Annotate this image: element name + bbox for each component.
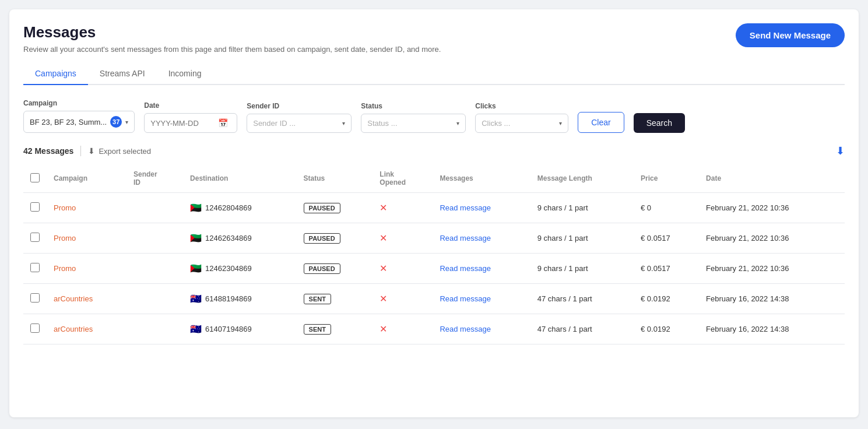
messages-table: Campaign SenderID Destination Status Lin… — [23, 164, 845, 344]
read-message-link[interactable]: Read message — [440, 234, 490, 242]
campaign-link[interactable]: arCountries — [54, 294, 93, 303]
row-sender-id — [126, 284, 183, 314]
table-row: Promo 🇲🇶 12462804869 PAUSED ✕ Read messa… — [23, 193, 845, 223]
header-left: Messages Review all your account's sent … — [23, 23, 441, 54]
campaign-link[interactable]: arCountries — [54, 325, 93, 333]
row-message-length: 9 chars / 1 part — [530, 193, 634, 223]
destination-number: 61488194869 — [205, 294, 252, 303]
campaign-filter-label: Campaign — [23, 99, 135, 107]
clicks-filter: Clicks Clicks ... ▾ — [475, 102, 568, 133]
row-messages: Read message — [433, 193, 530, 223]
row-link-opened: ✕ — [372, 254, 433, 284]
row-checkbox[interactable] — [30, 293, 40, 303]
status-placeholder: Status ... — [367, 119, 453, 128]
row-status: PAUSED — [297, 223, 373, 254]
messages-table-container: Campaign SenderID Destination Status Lin… — [23, 164, 845, 344]
status-badge: SENT — [304, 324, 331, 335]
campaign-link[interactable]: Promo — [54, 234, 76, 242]
read-message-link[interactable]: Read message — [440, 264, 490, 273]
col-date: Date — [699, 164, 845, 193]
senderid-placeholder: Sender ID ... — [253, 119, 339, 128]
tabs-bar: Campaigns Streams API Incoming — [23, 63, 845, 85]
row-destination: 🇲🇶 12462634869 — [183, 223, 297, 254]
campaign-link[interactable]: Promo — [54, 264, 76, 273]
row-date: February 21, 2022 10:36 — [699, 223, 845, 254]
destination-number: 12462304869 — [205, 264, 252, 273]
col-price: Price — [634, 164, 699, 193]
row-messages: Read message — [433, 223, 530, 254]
row-campaign: Promo — [47, 254, 126, 284]
row-status: PAUSED — [297, 193, 373, 223]
row-checkbox[interactable] — [30, 323, 40, 333]
row-destination: 🇲🇶 12462304869 — [183, 254, 297, 284]
row-message-length: 47 chars / 1 part — [530, 284, 634, 314]
row-messages: Read message — [433, 314, 530, 344]
read-message-link[interactable]: Read message — [440, 325, 490, 333]
row-link-opened: ✕ — [372, 223, 433, 254]
table-row: Promo 🇲🇶 12462634869 PAUSED ✕ Read messa… — [23, 223, 845, 254]
destination-number: 61407194869 — [205, 325, 252, 333]
senderid-dropdown[interactable]: Sender ID ... ▾ — [247, 114, 352, 133]
clear-button[interactable]: Clear — [578, 112, 624, 133]
row-checkbox[interactable] — [30, 233, 40, 242]
search-button[interactable]: Search — [634, 113, 685, 133]
status-badge: SENT — [304, 294, 331, 304]
row-status: SENT — [297, 284, 373, 314]
row-campaign: Promo — [47, 193, 126, 223]
row-destination: 🇦🇺 61488194869 — [183, 284, 297, 314]
status-filter-label: Status — [361, 102, 466, 110]
table-toolbar: 42 Messages ⬇ Export selected ⬇ — [23, 145, 845, 157]
send-new-message-button[interactable]: Send New Message — [736, 23, 845, 47]
row-checkbox-cell — [23, 314, 47, 344]
status-dropdown[interactable]: Status ... ▾ — [361, 114, 466, 133]
row-message-length: 47 chars / 1 part — [530, 314, 634, 344]
x-icon: ✕ — [379, 294, 387, 304]
row-link-opened: ✕ — [372, 314, 433, 344]
row-checkbox[interactable] — [30, 202, 40, 212]
read-message-link[interactable]: Read message — [440, 294, 490, 303]
row-sender-id — [126, 193, 183, 223]
clicks-dropdown[interactable]: Clicks ... ▾ — [475, 114, 568, 133]
tab-campaigns[interactable]: Campaigns — [23, 63, 88, 85]
tab-streams-api[interactable]: Streams API — [88, 63, 157, 85]
campaign-link[interactable]: Promo — [54, 203, 76, 212]
row-price: € 0.0192 — [634, 314, 699, 344]
row-checkbox-cell — [23, 254, 47, 284]
row-date: February 21, 2022 10:36 — [699, 193, 845, 223]
x-icon: ✕ — [379, 324, 387, 334]
export-label: Export selected — [99, 147, 151, 156]
table-body: Promo 🇲🇶 12462804869 PAUSED ✕ Read messa… — [23, 193, 845, 344]
select-all-checkbox[interactable] — [30, 173, 40, 182]
filters-row: Campaign BF 23, BF 23, Summ... 37 ▾ Date… — [23, 99, 845, 133]
tab-incoming[interactable]: Incoming — [157, 63, 213, 85]
date-input-wrap[interactable]: 📅 — [144, 113, 237, 133]
row-message-length: 9 chars / 1 part — [530, 223, 634, 254]
read-message-link[interactable]: Read message — [440, 203, 490, 212]
export-button[interactable]: ⬇ Export selected — [88, 146, 151, 156]
table-header-row: Campaign SenderID Destination Status Lin… — [23, 164, 845, 193]
row-checkbox-cell — [23, 284, 47, 314]
col-messages: Messages — [433, 164, 530, 193]
row-price: € 0 — [634, 193, 699, 223]
select-all-header — [23, 164, 47, 193]
date-input[interactable] — [150, 119, 215, 128]
page-subtitle: Review all your account's sent messages … — [23, 45, 441, 54]
row-link-opened: ✕ — [372, 284, 433, 314]
page-header: Messages Review all your account's sent … — [23, 23, 845, 54]
row-checkbox[interactable] — [30, 263, 40, 272]
campaign-dropdown[interactable]: BF 23, BF 23, Summ... 37 ▾ — [23, 111, 135, 133]
x-icon: ✕ — [379, 233, 387, 243]
row-messages: Read message — [433, 254, 530, 284]
flag-icon: 🇦🇺 — [190, 323, 202, 335]
row-destination: 🇦🇺 61407194869 — [183, 314, 297, 344]
row-checkbox-cell — [23, 223, 47, 254]
export-all-button[interactable]: ⬇ — [836, 145, 845, 157]
col-status: Status — [297, 164, 373, 193]
toolbar-divider — [80, 146, 81, 156]
row-price: € 0.0192 — [634, 284, 699, 314]
flag-icon: 🇲🇶 — [190, 202, 202, 213]
row-date: February 21, 2022 10:36 — [699, 254, 845, 284]
row-campaign: arCountries — [47, 314, 126, 344]
table-row: arCountries 🇦🇺 61407194869 SENT ✕ Read m… — [23, 314, 845, 344]
date-filter: Date 📅 — [144, 101, 237, 133]
